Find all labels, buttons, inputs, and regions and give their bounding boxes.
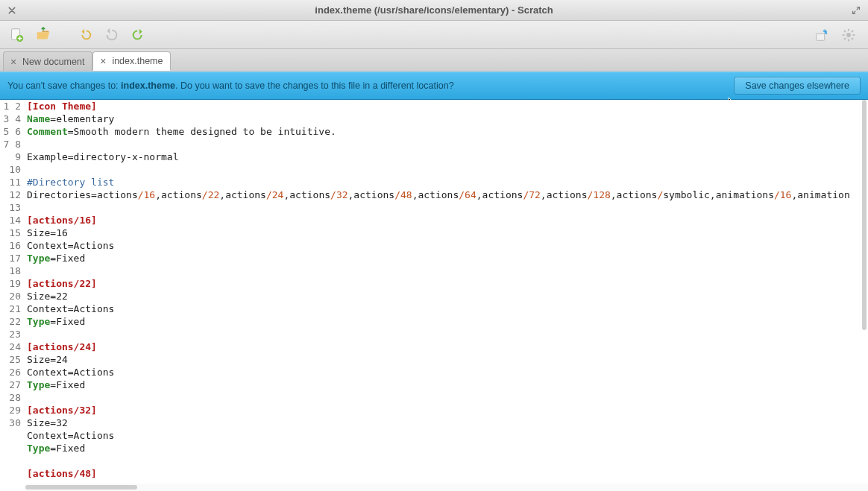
vertical-scrollbar[interactable]: [861, 100, 868, 484]
svg-rect-2: [817, 34, 825, 40]
infobar-filename: index.theme: [121, 80, 175, 91]
source-editor[interactable]: 1 2 3 4 5 6 7 8 9 10 11 12 13 14 15 16 1…: [0, 100, 868, 491]
tab-bar: × New document × index.theme: [0, 49, 868, 72]
window-titlebar: index.theme (/usr/share/icons/elementary…: [0, 0, 868, 21]
undo-button[interactable]: [73, 24, 97, 46]
tab-new-document[interactable]: × New document: [3, 51, 92, 71]
window-close-button[interactable]: [4, 3, 19, 18]
share-button[interactable]: [810, 24, 834, 46]
redo-button[interactable]: [127, 24, 151, 46]
window-maximize-button[interactable]: [849, 3, 864, 18]
main-toolbar: [0, 21, 868, 49]
close-icon[interactable]: ×: [8, 57, 19, 67]
close-icon[interactable]: ×: [98, 56, 108, 66]
infobar-text-prefix: You can't save changes to:: [7, 80, 121, 91]
infobar-text-suffix: . Do you want to save the changes to thi…: [175, 80, 454, 91]
tab-label: index.theme: [112, 56, 163, 66]
readonly-infobar: You can't save changes to: index.theme. …: [0, 72, 868, 100]
save-elsewhere-button[interactable]: Save changes elsewhere: [734, 77, 861, 95]
settings-button[interactable]: [837, 24, 861, 46]
code-area[interactable]: [Icon Theme] Name=elementary Comment=Smo…: [25, 100, 868, 491]
infobar-message: You can't save changes to: index.theme. …: [7, 80, 734, 91]
line-number-gutter: 1 2 3 4 5 6 7 8 9 10 11 12 13 14 15 16 1…: [0, 100, 25, 491]
tab-label: New document: [22, 57, 84, 67]
tab-index-theme[interactable]: × index.theme: [92, 51, 171, 71]
svg-point-3: [846, 33, 851, 37]
horizontal-scrollbar[interactable]: [25, 484, 868, 491]
open-file-button[interactable]: [31, 24, 55, 46]
new-file-button[interactable]: [4, 24, 28, 46]
window-title: index.theme (/usr/share/icons/elementary…: [0, 4, 868, 16]
revert-button[interactable]: [100, 24, 124, 46]
